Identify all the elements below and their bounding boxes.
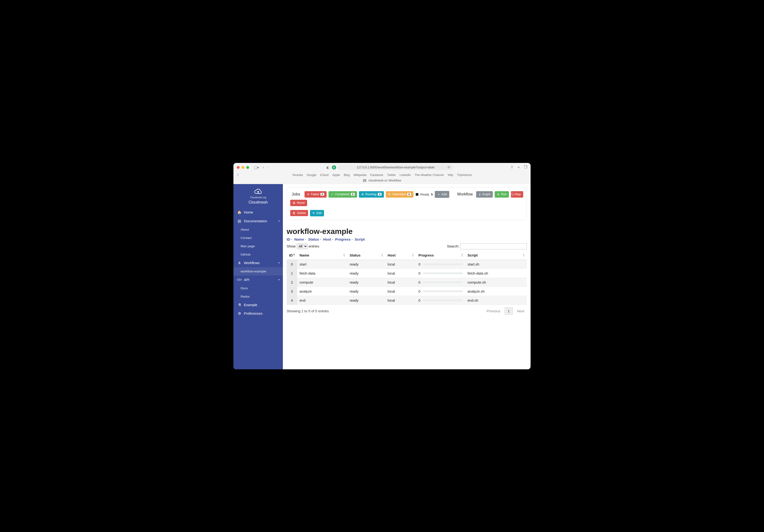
edit-button[interactable]: ✎ Edit <box>310 210 324 216</box>
close-window-button[interactable] <box>237 166 240 169</box>
delete-button[interactable]: 🗑 Delete <box>290 210 308 216</box>
nav-sub-redoc[interactable]: Redoc <box>234 292 283 301</box>
tabs-overview-icon[interactable]: ❐ <box>524 165 527 170</box>
address-bar[interactable]: 127.0.0.1:8000/workflow/workflow-example… <box>338 165 453 170</box>
nav-example[interactable]: ⚗ Example <box>234 301 283 309</box>
next-button[interactable]: Next <box>515 308 527 315</box>
minimize-window-button[interactable] <box>242 166 244 169</box>
btn-count: 0 <box>320 193 324 196</box>
search-input[interactable] <box>460 243 527 249</box>
btn-label: Edit <box>316 211 322 215</box>
col-script[interactable]: Script ▲▼ <box>465 251 527 260</box>
tracking-shield-icon[interactable]: ◐ <box>326 165 329 170</box>
bookmark-link[interactable]: Wikipedia <box>353 173 366 177</box>
cell-host: local <box>385 296 416 305</box>
share-icon[interactable]: ⇪ <box>510 165 513 170</box>
btn-label: Run <box>501 193 506 196</box>
jobs-table: ID ▲▼ Name ▲▼ Status ▲▼ Host <box>287 251 527 305</box>
running-button[interactable]: ✲ Running 0 <box>359 191 384 198</box>
bookmark-link[interactable]: Twitter <box>387 173 396 177</box>
crumb-link[interactable]: ID <box>287 237 290 241</box>
new-tab-icon[interactable]: ＋ <box>517 165 520 170</box>
nav-documentation[interactable]: ▤ Documentation ▾ <box>234 217 283 225</box>
bookmark-link[interactable]: Google <box>307 173 316 177</box>
nav-sub-docs[interactable]: Docs <box>234 284 283 292</box>
entries-select[interactable]: All <box>297 243 307 249</box>
action-panel: Jobs ✕ Failed 0 ✓ Completed 0 ✲ Running … <box>287 188 527 220</box>
nav-sub-contact[interactable]: Contact <box>234 234 283 242</box>
crumb-link[interactable]: Host <box>323 237 331 241</box>
page-number[interactable]: 1 <box>505 307 513 315</box>
maximize-window-button[interactable] <box>246 166 249 169</box>
flask-icon: ⚗ <box>237 303 242 307</box>
cell-host: local <box>385 287 416 296</box>
grammarly-icon[interactable]: G <box>332 165 336 170</box>
cell-host: local <box>385 260 416 269</box>
chevron-down-icon: ▾ <box>279 261 280 264</box>
crumb-link[interactable]: Name <box>294 237 304 241</box>
bookmarks-bar: ⠿ Youtube Google iCloud Apple Bing Wikip… <box>234 172 530 178</box>
col-name[interactable]: Name ▲▼ <box>297 251 347 260</box>
bookmark-link[interactable]: The Weather Channel <box>415 173 444 177</box>
table-footer: Showing 1 to 5 of 5 entries Previous 1 N… <box>287 307 527 315</box>
nav-home[interactable]: 🏠 Home <box>234 208 283 217</box>
ready-indicator: Ready 5 <box>416 193 433 196</box>
tab[interactable]: 1 cloudmesh-cc Workflow <box>363 179 401 182</box>
stop-button[interactable]: ⃠ Stop <box>511 191 523 198</box>
completed-button[interactable]: ✓ Completed 0 <box>328 191 357 198</box>
sidebar-toggle-icon[interactable]: ▢▸ <box>254 165 259 170</box>
bookmark-link[interactable]: Yelp <box>447 173 453 177</box>
nav-sub-manpage[interactable]: Man page <box>234 242 283 250</box>
progress-bar <box>423 300 463 301</box>
col-id[interactable]: ID ▲▼ <box>287 251 297 260</box>
btn-label: Stop <box>515 193 521 196</box>
submitted-button[interactable]: ⇱ Submitted 0 <box>386 191 413 198</box>
bookmark-link[interactable]: iCloud <box>320 173 328 177</box>
cell-script: end.sh <box>465 296 527 305</box>
btn-label: Add <box>442 193 447 196</box>
bookmark-link[interactable]: Bing <box>344 173 350 177</box>
back-button[interactable]: ‹ <box>263 165 264 170</box>
nav-label: Documentation <box>244 219 267 223</box>
col-label: Script <box>468 253 478 257</box>
cell-progress: 0 <box>416 287 465 296</box>
bookmark-link[interactable]: Facebook <box>370 173 383 177</box>
nav-label: Workflows <box>244 261 260 265</box>
cell-status: ready <box>347 269 385 278</box>
progress-bar <box>423 281 463 283</box>
add-button[interactable]: ＋ Add <box>435 191 449 198</box>
nav-preferences[interactable]: ⚙ Preferences <box>234 309 283 318</box>
bookmark-link[interactable]: TripAdvisor <box>457 173 472 177</box>
crumb-link[interactable]: Progress <box>335 237 351 241</box>
cloud-logo-icon <box>253 188 264 196</box>
col-status[interactable]: Status ▲▼ <box>347 251 385 260</box>
nav-label: Preferences <box>244 312 263 316</box>
crumb-link[interactable]: Script <box>355 237 365 241</box>
nav-sub-workflow-example[interactable]: workflow-example <box>234 267 283 276</box>
col-progress[interactable]: Progress ▲▼ <box>416 251 465 260</box>
reset-button[interactable]: ♻ Reset <box>290 200 307 206</box>
graph-button[interactable]: ⚷ Graph <box>476 191 493 198</box>
progress-bar <box>423 272 463 274</box>
nav-workflows[interactable]: ⋔ Workflows ▾ <box>234 259 283 267</box>
apps-grid-icon[interactable]: ⠿ <box>237 173 239 177</box>
page-title: workflow-example <box>287 227 527 236</box>
nav-api[interactable]: </> API ▾ <box>234 276 283 284</box>
nav-sub-github[interactable]: GitHub <box>234 250 283 259</box>
failed-button[interactable]: ✕ Failed 0 <box>304 191 327 198</box>
bookmark-link[interactable]: LinkedIn <box>400 173 411 177</box>
bookmark-link[interactable]: Youtube <box>292 173 303 177</box>
prev-button[interactable]: Previous <box>484 308 502 315</box>
col-label: Host <box>388 253 396 257</box>
crumb-link[interactable]: Status <box>308 237 319 241</box>
graph-icon: ⚷ <box>478 193 481 196</box>
btn-count: 0 <box>351 193 355 196</box>
gear-icon: ⚙ <box>237 312 242 316</box>
forward-button[interactable]: › <box>267 165 269 170</box>
nav-sub-about[interactable]: About <box>234 225 283 234</box>
reload-icon[interactable]: ⟳ <box>448 166 450 169</box>
col-host[interactable]: Host ▲▼ <box>385 251 416 260</box>
bookmark-link[interactable]: Apple <box>332 173 340 177</box>
cell-name: end <box>297 296 347 305</box>
run-button[interactable]: ✈ Run <box>495 191 509 198</box>
